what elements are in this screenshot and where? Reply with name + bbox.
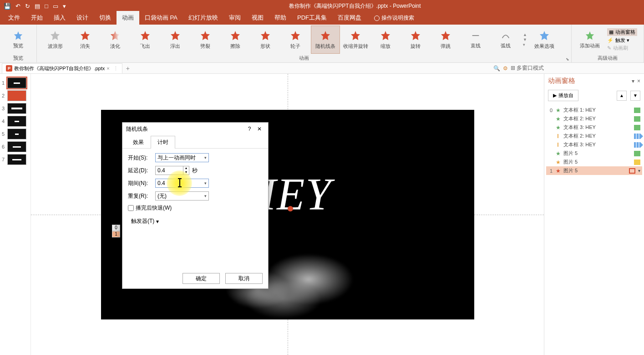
group-advanced: 添加动画 ▦ 动画窗格 ⚡ 触发 ▾ ✎ 动画刷 高级动画 [572,25,644,62]
triggers-button[interactable]: 触发器(T) ▾ [128,216,162,227]
ok-button[interactable]: 确定 [183,273,220,284]
preview-button[interactable]: 预览 [4,26,33,54]
anim-item[interactable]: I文本框 2: HEY [546,132,642,140]
anim-item[interactable]: ★文本框 2: HEY [546,114,642,123]
tab-baidu[interactable]: 百度网盘 [332,11,367,25]
anim-item[interactable]: I文本框 3: HEY [546,140,642,149]
add-animation[interactable]: 添加动画 [575,26,604,54]
qat-more-icon[interactable]: ▾ [63,3,66,10]
thumb-4[interactable] [7,116,26,127]
item-menu-icon[interactable]: ▾ [638,168,640,173]
cancel-button[interactable]: 取消 [225,273,263,284]
menubar: 文件 开始 插入 设计 切换 动画 口袋动画 PA 幻灯片放映 审阅 视图 帮助… [0,12,644,25]
thumb-1[interactable] [7,77,26,88]
effect-15[interactable]: 弧线 [491,26,520,54]
effect-1[interactable]: 消失 [71,26,100,54]
new-icon[interactable]: □ [45,3,48,10]
tab-timing[interactable]: 计时 [151,136,175,149]
gallery-scroll[interactable]: ▲▼▾ [523,32,527,47]
pane-close-icon[interactable]: × [637,78,640,84]
tab-file[interactable]: 文件 [3,11,25,25]
tab-effect[interactable]: 效果 [126,136,151,149]
anim-item[interactable]: 1★图片 5▾ [546,166,642,175]
spin-up-icon[interactable]: ▲ [183,166,189,170]
effect-4[interactable]: 浮出 [161,26,190,54]
effect-12[interactable]: 旋转 [401,26,430,54]
timeline-chip[interactable]: 0 1 [112,225,120,237]
delay-input[interactable] [156,166,183,175]
effect-options[interactable]: 效果选项 [530,26,559,54]
delay-spinner[interactable]: ▲▼ [155,166,189,175]
text-cursor-icon [179,179,180,187]
star-icon [410,30,421,41]
effect-14[interactable]: 直线 [461,26,490,54]
anim-item[interactable]: ★文本框 3: HEY [546,123,642,132]
dialog-help-icon[interactable]: ? [244,126,254,132]
anim-item[interactable]: ★图片 5 [546,149,642,158]
thumb-7[interactable] [7,154,26,165]
play-from-button[interactable]: ▶ 播放自 [548,90,578,101]
tab-menu-icon[interactable]: ⋮ [113,66,118,72]
effect-7[interactable]: 形状 [251,26,280,54]
effect-9[interactable]: 随机线条 [311,26,340,54]
multi-window[interactable]: ⊞ 多窗口模式 [511,64,544,72]
group-anim-label: 动画⬊ [37,55,571,62]
dialog-launcher-icon[interactable]: ⬊ [566,57,569,62]
adv-controls: ▦ 动画窗格 ⚡ 触发 ▾ ✎ 动画刷 [604,27,640,52]
trigger-button[interactable]: ⚡ 触发 ▾ [607,37,637,44]
open-icon[interactable]: ▭ [53,3,58,10]
dialog-close-icon[interactable]: ✕ [254,126,264,132]
tab-transitions[interactable]: 切换 [94,11,117,25]
tab-slideshow[interactable]: 幻灯片放映 [183,11,223,25]
move-down-button[interactable]: ▼ [630,91,640,101]
document-tab[interactable]: P 教你制作《高端快闪PPT自我介绍》.pptx × ⋮ [2,63,122,73]
effect-6[interactable]: 擦除 [221,26,250,54]
tab-review[interactable]: 审阅 [223,11,246,25]
thumb-3[interactable] [7,103,26,114]
effect-11[interactable]: 缩放 [371,26,400,54]
effect-0[interactable]: 波浪形 [41,26,70,54]
tab-animations[interactable]: 动画 [117,11,139,25]
tab-help[interactable]: 帮助 [269,11,292,25]
star-icon [290,30,301,41]
effect-2[interactable]: 淡化 [101,26,130,54]
star-icon [440,30,451,41]
save-icon[interactable]: 💾 [4,3,11,10]
animation-pane-button[interactable]: ▦ 动画窗格 [607,28,637,36]
anim-item[interactable]: 0★文本框 1: HEY [546,106,642,114]
tab-insert[interactable]: 插入 [48,11,71,25]
move-up-button[interactable]: ▲ [617,91,627,101]
redo-icon[interactable]: ↻ [25,3,30,10]
settings-icon[interactable]: ⚙ [503,65,508,72]
rewind-checkbox[interactable] [128,205,134,211]
effect-13[interactable]: 弹跳 [431,26,460,54]
effect-5[interactable]: 劈裂 [191,26,220,54]
thumb-2[interactable] [7,90,26,101]
close-tab-icon[interactable]: × [106,66,109,71]
slide-editor[interactable]: HEY 0 1 [31,74,544,355]
tab-home[interactable]: 开始 [25,11,48,25]
effect-8[interactable]: 轮子 [281,26,310,54]
effect-3[interactable]: 飞出 [131,26,160,54]
dialog-titlebar[interactable]: 随机线条 ? ✕ [122,123,268,135]
spin-down-icon[interactable]: ▼ [183,170,189,175]
timing-dialog: 随机线条 ? ✕ 效果 计时 开始(S): 与上一动画同时▾ 延迟(D): ▲▼… [122,122,269,289]
search-icon[interactable]: 🔍 [493,65,500,72]
slideshow-icon[interactable]: ▤ [35,3,40,10]
effect-10[interactable]: 收缩并旋转 [341,26,370,54]
tab-design[interactable]: 设计 [71,11,94,25]
repeat-select[interactable]: (无)▾ [155,191,209,201]
new-tab-icon[interactable]: + [126,65,130,72]
tab-addin[interactable]: 口袋动画 PA [139,11,183,25]
start-label: 开始(S): [128,154,152,162]
tell-me[interactable]: 操作说明搜索 [370,11,419,25]
pane-menu-icon[interactable]: ▾ [632,78,634,84]
thumb-5[interactable] [7,129,26,139]
tab-view[interactable]: 视图 [246,11,269,25]
start-select[interactable]: 与上一动画同时▾ [155,153,209,162]
anim-item[interactable]: ★图片 5 [546,158,642,166]
thumb-6[interactable] [7,141,26,152]
undo-icon[interactable]: ↶ [15,3,20,10]
tab-pdf[interactable]: PDF工具集 [292,11,332,25]
duration-select[interactable]: 0.4▾ [155,179,209,188]
